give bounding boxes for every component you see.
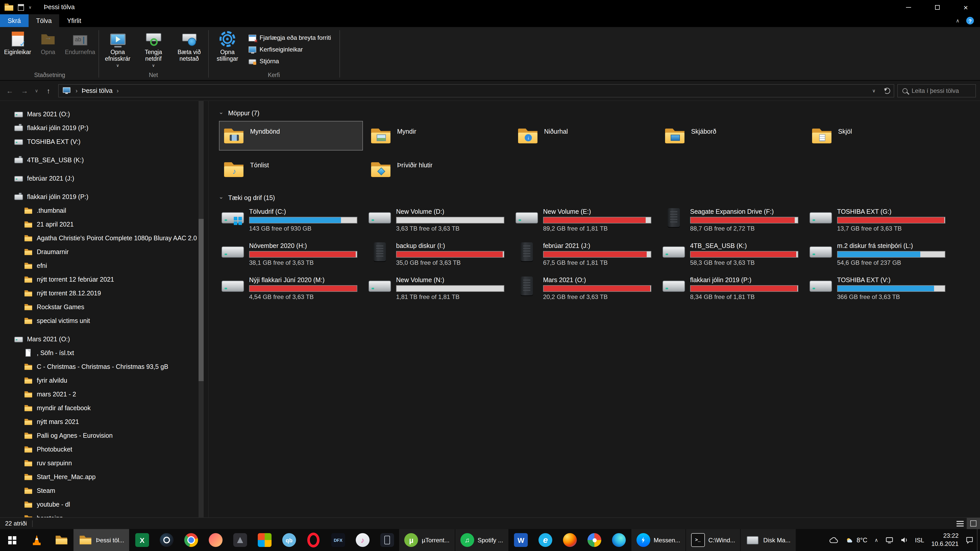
sidebar-item[interactable]: myndir af facebook — [0, 401, 208, 415]
folder-tile-myndbond[interactable]: Myndbönd — [219, 121, 363, 151]
drives-section-header[interactable]: › Tæki og drif (15) — [219, 192, 980, 203]
close-button[interactable]: × — [951, 0, 980, 14]
start-button[interactable] — [0, 529, 24, 551]
taskbar-your-phone[interactable] — [375, 529, 399, 551]
rename-button[interactable]: Endurnefna — [63, 27, 97, 56]
system-properties-link[interactable]: Kerfiseiginleikar — [248, 45, 331, 54]
tab-tolva[interactable]: Tölva — [28, 14, 59, 27]
sidebar-scrollbar[interactable] — [199, 101, 204, 517]
taskbar-steam[interactable] — [154, 529, 179, 551]
access-media-button[interactable]: Opna efnisskrár — [100, 27, 135, 68]
breadcrumb[interactable]: Þessi tölva — [82, 87, 113, 94]
collapse-section-icon[interactable]: › — [218, 195, 224, 200]
taskbar-window-cmd[interactable]: C:\Wind... — [686, 529, 740, 551]
sidebar-item[interactable]: Steam — [0, 484, 208, 497]
taskbar-edge[interactable] — [607, 529, 631, 551]
sidebar-item[interactable]: 21 april 2021 — [0, 218, 208, 231]
uninstall-program-link[interactable]: Fjarlægja eða breyta forriti — [248, 34, 331, 42]
taskbar-window-messenger[interactable]: Messen... — [631, 529, 685, 551]
drive-tile-e[interactable]: New Volume (E:) 89,2 GB free of 1,81 TB — [513, 206, 658, 240]
tab-yfirlit[interactable]: Yfirlit — [59, 14, 89, 27]
show-desktop-button[interactable] — [977, 529, 980, 551]
refresh-icon[interactable] — [880, 84, 894, 97]
sidebar-item[interactable]: mars 2021 - 2 — [0, 387, 208, 401]
drive-tile-h[interactable]: Nóvember 2020 (H:) 38,1 GB free of 3,63 … — [219, 240, 364, 275]
sidebar-item[interactable]: C - Christmas - Christmas - Christmas 93… — [0, 360, 208, 373]
taskbar-internet-explorer[interactable] — [533, 529, 558, 551]
search-input[interactable] — [912, 87, 971, 94]
action-center-icon[interactable] — [962, 529, 977, 551]
up-icon[interactable]: ↑ — [42, 84, 55, 97]
sidebar-scrollbar-thumb[interactable] — [199, 219, 204, 381]
sidebar-item[interactable]: nýtt torrent 12 febrúar 2021 — [0, 272, 208, 286]
folder-tile-thrividir-hlutir[interactable]: Þríviðir hlutir — [366, 155, 510, 184]
taskbar-dark-app[interactable] — [228, 529, 252, 551]
sidebar-item[interactable]: þorsteinn — [0, 511, 208, 517]
taskbar-photos[interactable] — [204, 529, 228, 551]
forward-icon[interactable]: → — [18, 84, 31, 97]
taskbar-pinwheel-app[interactable] — [582, 529, 607, 551]
folders-section-header[interactable]: › Möppur (7) — [219, 108, 980, 119]
drive-tile-k[interactable]: 4TB_SEA_USB (K:) 58,3 GB free of 3,63 TB — [660, 240, 805, 275]
drive-tile-l[interactable]: m.2 diskur frá steinþóri (L:) 54,6 GB fr… — [807, 240, 952, 275]
weather-widget[interactable]: 8°C — [842, 529, 871, 551]
sidebar-item[interactable]: Photobucket — [0, 442, 208, 456]
sidebar-item[interactable]: Mars 2021 (O:) — [0, 332, 208, 346]
taskbar-excel[interactable] — [130, 529, 154, 551]
sidebar-item[interactable]: special victims unit — [0, 314, 208, 327]
add-network-location-button[interactable]: Bæta við netstað — [171, 27, 207, 62]
sidebar-item[interactable]: flakkari jólin 2019 (P:) — [0, 121, 208, 135]
sidebar-item[interactable]: Rockstar Games — [0, 300, 208, 314]
taskbar-itunes[interactable] — [350, 529, 375, 551]
sidebar-item[interactable]: TOSHIBA EXT (V:) — [0, 135, 208, 148]
drive-tile-g[interactable]: TOSHIBA EXT (G:) 13,7 GB free of 3,63 TB — [807, 206, 952, 240]
details-view-icon[interactable] — [953, 518, 967, 529]
taskbar-window-utorrent[interactable]: µTorrent... — [399, 529, 455, 551]
drive-tile-n[interactable]: New Volume (N:) 1,81 TB free of 1,81 TB — [366, 275, 511, 309]
folder-tile-skjabord[interactable]: Skjáborð — [660, 121, 804, 151]
sidebar-item[interactable]: febrúar 2021 (J:) — [0, 171, 208, 185]
network-icon[interactable] — [882, 529, 897, 551]
customize-toolbar-caret-icon[interactable]: ∨ — [29, 5, 32, 10]
sidebar-item[interactable]: .thumbnail — [0, 203, 208, 218]
drive-tile-i[interactable]: backup diskur (I:) 35,0 GB free of 3,63 … — [366, 240, 511, 275]
taskbar-vlc[interactable] — [24, 529, 49, 551]
drive-tile-m[interactable]: Nýji flakkari Júní 2020 (M:) 4,54 GB fre… — [219, 275, 364, 309]
clock[interactable]: 23:22 10.6.2021 — [928, 529, 962, 551]
address-dropdown-icon[interactable]: ∨ — [867, 88, 880, 93]
taskbar-word[interactable] — [509, 529, 533, 551]
drive-tile-j[interactable]: febrúar 2021 (J:) 67,5 GB free of 1,81 T… — [513, 240, 658, 275]
sidebar-item[interactable]: 4TB_SEA_USB (K:) — [0, 153, 208, 167]
taskbar-window-spotify[interactable]: Spotify ... — [455, 529, 508, 551]
open-settings-button[interactable]: Opna stillingar — [210, 27, 245, 62]
drive-tile-d[interactable]: New Volume (D:) 3,63 TB free of 3,63 TB — [366, 206, 511, 240]
minimize-button[interactable] — [894, 0, 923, 14]
properties-button[interactable]: Eiginleikar — [2, 27, 33, 56]
folder-tile-skjol[interactable]: Skjöl — [807, 121, 951, 151]
taskbar-tiles-app[interactable] — [252, 529, 277, 551]
show-hidden-icons-icon[interactable]: ∧ — [871, 529, 882, 551]
sidebar-item[interactable]: Agatha Christie's Poirot Complete 1080p … — [0, 231, 208, 245]
address-bar[interactable]: › Þessi tölva › ∨ — [58, 84, 894, 97]
taskbar-opera[interactable] — [301, 529, 326, 551]
sidebar-item[interactable]: Draumarnir — [0, 245, 208, 259]
search-box[interactable] — [897, 84, 976, 97]
manage-link[interactable]: Stjórna — [248, 57, 331, 65]
sidebar-item[interactable]: ruv sarpuinn — [0, 456, 208, 470]
taskbar-window-explorer[interactable]: Þessi töl... — [73, 529, 129, 551]
drive-tile-p[interactable]: flakkari jólin 2019 (P:) 8,34 GB free of… — [660, 275, 805, 309]
tab-skra[interactable]: Skrá — [0, 14, 28, 27]
folder-tile-tonlist[interactable]: Tónlist — [219, 155, 363, 184]
sidebar-item[interactable]: fyrir alvildu — [0, 373, 208, 387]
sidebar-item[interactable]: , Söfn - ísl.txt — [0, 346, 208, 360]
taskbar-firefox[interactable] — [558, 529, 582, 551]
taskbar-dfx[interactable] — [326, 529, 350, 551]
taskbar-chrome[interactable] — [179, 529, 204, 551]
onedrive-cloud-icon[interactable] — [826, 529, 842, 551]
sidebar-item[interactable]: flakkari jólin 2019 (P:) — [0, 190, 208, 203]
taskbar-window-diskmgmt[interactable]: Disk Ma... — [741, 529, 796, 551]
volume-icon[interactable] — [897, 529, 912, 551]
sidebar-item[interactable]: Start_Here_Mac.app — [0, 470, 208, 484]
language-indicator[interactable]: ISL — [912, 529, 928, 551]
folder-tile-myndir[interactable]: Myndir — [366, 121, 510, 151]
